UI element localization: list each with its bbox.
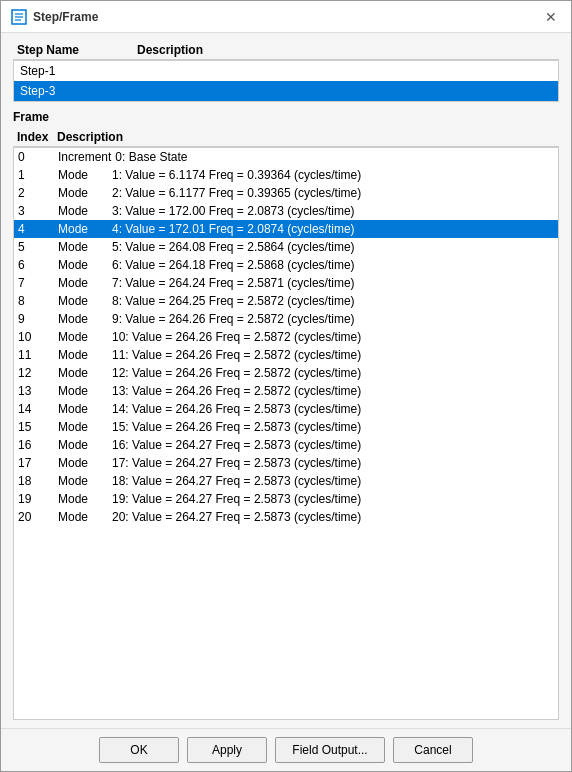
frame-type: Mode [58,420,108,434]
frame-index: 6 [18,258,58,272]
frame-row[interactable]: 0Increment0: Base State [14,148,558,166]
frame-row[interactable]: 14Mode14: Value = 264.26 Freq = 2.5873 (… [14,400,558,418]
frame-row[interactable]: 6Mode6: Value = 264.18 Freq = 2.5868 (cy… [14,256,558,274]
frame-type: Mode [58,204,108,218]
frame-desc: Mode13: Value = 264.26 Freq = 2.5872 (cy… [58,384,554,398]
frame-index: 8 [18,294,58,308]
frame-type: Mode [58,312,108,326]
step-list: Step-1Step-3 [13,60,559,102]
frame-desc: Mode6: Value = 264.18 Freq = 2.5868 (cyc… [58,258,554,272]
frame-index: 5 [18,240,58,254]
frame-col1-header: Index [17,130,57,144]
frame-desc: Mode15: Value = 264.26 Freq = 2.5873 (cy… [58,420,554,434]
frame-row[interactable]: 12Mode12: Value = 264.26 Freq = 2.5872 (… [14,364,558,382]
frame-row[interactable]: 18Mode18: Value = 264.27 Freq = 2.5873 (… [14,472,558,490]
step-row[interactable]: Step-3 [14,81,558,101]
dialog-content: Step Name Description Step-1Step-3 Frame… [1,33,571,728]
frame-detail: 11: Value = 264.26 Freq = 2.5872 (cycles… [112,348,554,362]
frame-index: 1 [18,168,58,182]
frame-index: 20 [18,510,58,524]
frame-row[interactable]: 9Mode9: Value = 264.26 Freq = 2.5872 (cy… [14,310,558,328]
frame-detail: 2: Value = 6.1177 Freq = 0.39365 (cycles… [112,186,554,200]
frame-desc: Mode1: Value = 6.1174 Freq = 0.39364 (cy… [58,168,554,182]
dialog-title: Step/Frame [33,10,98,24]
frame-detail: 6: Value = 264.18 Freq = 2.5868 (cycles/… [112,258,554,272]
frame-detail: 1: Value = 6.1174 Freq = 0.39364 (cycles… [112,168,554,182]
frame-row[interactable]: 10Mode10: Value = 264.26 Freq = 2.5872 (… [14,328,558,346]
frame-desc: Mode3: Value = 172.00 Freq = 2.0873 (cyc… [58,204,554,218]
frame-type: Mode [58,492,108,506]
frame-index: 19 [18,492,58,506]
frame-section: Frame Index Description 0Increment0: Bas… [13,110,559,720]
cancel-button[interactable]: Cancel [393,737,473,763]
frame-type: Mode [58,294,108,308]
frame-row[interactable]: 19Mode19: Value = 264.27 Freq = 2.5873 (… [14,490,558,508]
frame-desc: Mode5: Value = 264.08 Freq = 2.5864 (cyc… [58,240,554,254]
frame-desc: Mode4: Value = 172.01 Freq = 2.0874 (cyc… [58,222,554,236]
frame-desc: Mode12: Value = 264.26 Freq = 2.5872 (cy… [58,366,554,380]
frame-type: Mode [58,366,108,380]
frame-type: Mode [58,456,108,470]
frame-row[interactable]: 1Mode1: Value = 6.1174 Freq = 0.39364 (c… [14,166,558,184]
frame-row[interactable]: 17Mode17: Value = 264.27 Freq = 2.5873 (… [14,454,558,472]
frame-row[interactable]: 11Mode11: Value = 264.26 Freq = 2.5872 (… [14,346,558,364]
frame-row[interactable]: 16Mode16: Value = 264.27 Freq = 2.5873 (… [14,436,558,454]
frame-index: 0 [18,150,58,164]
frame-row[interactable]: 2Mode2: Value = 6.1177 Freq = 0.39365 (c… [14,184,558,202]
frame-index: 17 [18,456,58,470]
frame-detail: 20: Value = 264.27 Freq = 2.5873 (cycles… [112,510,554,524]
frame-type: Increment [58,150,111,164]
frame-type: Mode [58,384,108,398]
step-col1-header: Step Name [17,43,137,57]
frame-row[interactable]: 8Mode8: Value = 264.25 Freq = 2.5872 (cy… [14,292,558,310]
frame-section-title: Frame [13,110,559,124]
frame-desc: Mode10: Value = 264.26 Freq = 2.5872 (cy… [58,330,554,344]
frame-type: Mode [58,276,108,290]
close-button[interactable]: ✕ [541,7,561,27]
frame-type: Mode [58,222,108,236]
step-desc [140,84,552,98]
frame-index: 9 [18,312,58,326]
field-output-button[interactable]: Field Output... [275,737,385,763]
frame-table[interactable]: 0Increment0: Base State1Mode1: Value = 6… [13,147,559,720]
frame-row[interactable]: 20Mode20: Value = 264.27 Freq = 2.5873 (… [14,508,558,526]
frame-detail: 14: Value = 264.26 Freq = 2.5873 (cycles… [112,402,554,416]
title-bar-left: Step/Frame [11,9,98,25]
frame-type: Mode [58,186,108,200]
frame-type: Mode [58,474,108,488]
frame-detail: 16: Value = 264.27 Freq = 2.5873 (cycles… [112,438,554,452]
frame-index: 4 [18,222,58,236]
frame-detail: 17: Value = 264.27 Freq = 2.5873 (cycles… [112,456,554,470]
frame-row[interactable]: 5Mode5: Value = 264.08 Freq = 2.5864 (cy… [14,238,558,256]
frame-detail: 10: Value = 264.26 Freq = 2.5872 (cycles… [112,330,554,344]
frame-index: 2 [18,186,58,200]
step-row[interactable]: Step-1 [14,61,558,81]
frame-type: Mode [58,258,108,272]
frame-detail: 18: Value = 264.27 Freq = 2.5873 (cycles… [112,474,554,488]
frame-index: 7 [18,276,58,290]
frame-index: 14 [18,402,58,416]
step-desc [140,64,552,78]
step-frame-icon [11,9,27,25]
frame-type: Mode [58,510,108,524]
frame-desc: Mode16: Value = 264.27 Freq = 2.5873 (cy… [58,438,554,452]
frame-type: Mode [58,168,108,182]
frame-type: Mode [58,438,108,452]
frame-detail: 19: Value = 264.27 Freq = 2.5873 (cycles… [112,492,554,506]
frame-row[interactable]: 13Mode13: Value = 264.26 Freq = 2.5872 (… [14,382,558,400]
frame-row[interactable]: 15Mode15: Value = 264.26 Freq = 2.5873 (… [14,418,558,436]
frame-detail: 13: Value = 264.26 Freq = 2.5872 (cycles… [112,384,554,398]
apply-button[interactable]: Apply [187,737,267,763]
frame-desc: Mode19: Value = 264.27 Freq = 2.5873 (cy… [58,492,554,506]
frame-detail: 3: Value = 172.00 Freq = 2.0873 (cycles/… [112,204,554,218]
frame-header: Index Description [13,128,559,147]
title-bar: Step/Frame ✕ [1,1,571,33]
frame-type: Mode [58,402,108,416]
frame-row[interactable]: 4Mode4: Value = 172.01 Freq = 2.0874 (cy… [14,220,558,238]
frame-row[interactable]: 7Mode7: Value = 264.24 Freq = 2.5871 (cy… [14,274,558,292]
ok-button[interactable]: OK [99,737,179,763]
frame-desc: Mode9: Value = 264.26 Freq = 2.5872 (cyc… [58,312,554,326]
frame-type: Mode [58,240,108,254]
frame-row[interactable]: 3Mode3: Value = 172.00 Freq = 2.0873 (cy… [14,202,558,220]
frame-desc: Mode11: Value = 264.26 Freq = 2.5872 (cy… [58,348,554,362]
